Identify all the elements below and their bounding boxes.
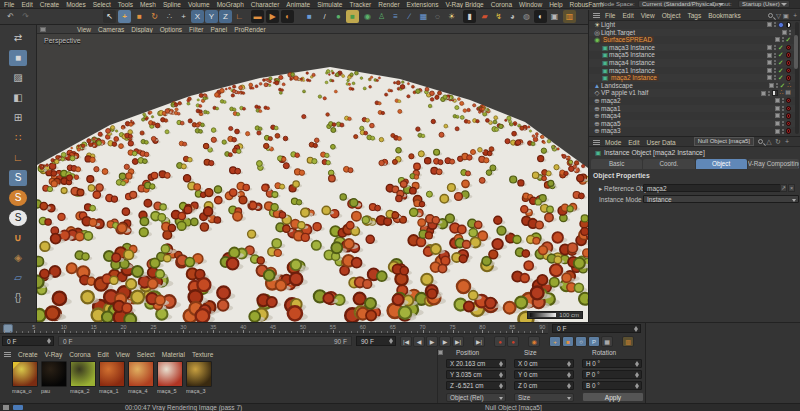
enable-checkbox[interactable] [767, 22, 772, 27]
render-settings-icon[interactable]: ◐ [281, 10, 294, 23]
enabled-check-icon[interactable]: ✓ [778, 74, 783, 82]
object-row-ma-a4[interactable]: ⊕maça4 [589, 112, 795, 120]
window-icon[interactable] [3, 405, 9, 410]
spinner[interactable] [566, 383, 572, 388]
enabled-check-icon[interactable]: ✓ [778, 59, 783, 67]
menu-item-mode[interactable]: Mode [605, 139, 621, 146]
visibility-dots[interactable] [774, 68, 776, 73]
menu-item-select[interactable]: Select [137, 351, 155, 358]
link-pick-icon[interactable]: ↗ [780, 184, 787, 192]
menu-item-tracker[interactable]: Tracker [349, 1, 371, 8]
search-icon[interactable] [768, 12, 773, 19]
coords-field-position-x[interactable]: X 20.163 cm [446, 359, 506, 368]
visibility-dots[interactable] [782, 106, 784, 111]
magnet-icon[interactable]: ∪ [9, 230, 27, 246]
refresh-icon[interactable]: ↻ [774, 138, 782, 146]
menu-item-options[interactable]: Options [160, 26, 182, 33]
enable-checkbox[interactable] [775, 121, 780, 126]
primitive-cube-icon[interactable]: ■ [303, 10, 316, 23]
coords-dropdown-position[interactable]: Object (Rel) [446, 393, 506, 402]
menu-item-edit[interactable]: Edit [21, 1, 32, 8]
menu-item-corona[interactable]: Corona [69, 351, 90, 358]
menu-item-mesh[interactable]: Mesh [140, 1, 156, 8]
menu-item-volume[interactable]: Volume [188, 1, 210, 8]
coords-field-rotation-h[interactable]: H 0 ° [582, 359, 642, 368]
object-row-vp-apple-v1-half[interactable]: ◇VP apple v1 half∴▤ [589, 89, 795, 97]
snap-2d-icon[interactable]: S [9, 210, 27, 226]
snap-3d-icon[interactable]: S [9, 190, 27, 206]
spinner[interactable] [633, 326, 639, 331]
visibility-dots[interactable] [782, 98, 784, 103]
camera-swirl-icon[interactable]: ◐ [534, 10, 547, 23]
object-row-landscape[interactable]: ▲Landscape✓∴ [589, 82, 795, 90]
menu-item-bookmarks[interactable]: Bookmarks [708, 12, 741, 19]
menu-item-file[interactable]: File [605, 12, 615, 19]
keyframe-selection-button[interactable]: ◉ [528, 336, 540, 347]
redo-icon[interactable]: ↷ [19, 10, 32, 23]
volume-icon[interactable]: ▦ [417, 10, 430, 23]
red-tag-icon[interactable] [786, 98, 792, 104]
reference-object-field[interactable]: maça2 [643, 184, 786, 192]
braces-icon[interactable]: {} [9, 290, 27, 306]
autokey-button[interactable]: ● [507, 336, 519, 347]
paint-icon[interactable]: ▰ [478, 10, 491, 23]
subdivision-icon[interactable]: ● [332, 10, 345, 23]
sketch-icon[interactable]: ∕ [403, 10, 416, 23]
object-row-ma-a5[interactable]: ⊕maça5 [589, 120, 795, 128]
object-row-ma-a5-instance[interactable]: ▣maça5 Instance✓ [589, 51, 795, 59]
key-position-button[interactable]: + [549, 336, 561, 347]
enable-checkbox[interactable] [769, 83, 774, 88]
menu-item-modes[interactable]: Modes [66, 1, 86, 8]
hamburger-icon[interactable] [593, 140, 600, 145]
menu-item-panel[interactable]: Panel [211, 26, 228, 33]
edges-mode-icon[interactable]: ∟ [9, 150, 27, 166]
tab-object[interactable]: Object [696, 159, 747, 169]
menu-item-create[interactable]: Create [40, 1, 60, 8]
new-panel-icon[interactable]: + [783, 138, 791, 146]
menu-item-tags[interactable]: Tags [687, 12, 701, 19]
object-row-ma-a3[interactable]: ⊕maça3 [589, 127, 795, 135]
workplane-icon[interactable]: ∟ [233, 10, 246, 23]
material-thumb-ma-a-3[interactable] [186, 361, 212, 387]
object-axis-icon[interactable]: ⊞ [9, 110, 27, 126]
visibility-dots[interactable] [768, 91, 770, 96]
scrollbar-thumb[interactable] [794, 35, 798, 69]
live-selection-icon[interactable]: ↖ [103, 10, 116, 23]
red-tag-icon[interactable] [786, 75, 792, 81]
menu-item-select[interactable]: Select [93, 1, 111, 8]
corona-icon[interactable]: ↯ [492, 10, 505, 23]
image-icon[interactable]: ▣ [548, 10, 561, 23]
menu-item-edit[interactable]: Edit [628, 139, 639, 146]
coords-field-rotation-p[interactable]: P 0 ° [582, 370, 642, 379]
tab-v-ray-compositing[interactable]: V-Ray Compositing [748, 159, 799, 169]
object-row-ma-a2-instance[interactable]: ▣maça2 Instance✓ [589, 74, 795, 82]
object-row-ma-a1[interactable]: ⊕maça1 [589, 105, 795, 113]
lock-icon[interactable]: △ [765, 138, 773, 146]
menu-item-view[interactable]: View [116, 351, 130, 358]
enabled-check-icon[interactable]: ✓ [778, 51, 783, 59]
rotate-tool-icon[interactable]: ↻ [148, 10, 161, 23]
object-row-ma-a2[interactable]: ⊕maça2 [589, 97, 795, 105]
viewport-panel-icon[interactable] [40, 27, 46, 32]
blue-tag-icon[interactable] [778, 22, 784, 28]
menu-item-character[interactable]: Character [251, 1, 280, 8]
filter-icon[interactable]: ▽ [776, 12, 781, 20]
hamburger-icon[interactable] [4, 352, 11, 357]
enable-checkbox[interactable] [782, 30, 787, 35]
render-region-icon[interactable]: ▶ [266, 10, 279, 23]
key-parameter-button[interactable]: P [588, 336, 600, 347]
material-thumb-ma-a-5[interactable] [157, 361, 183, 387]
menu-item-v-ray-bridge[interactable]: V-Ray Bridge [445, 1, 483, 8]
visibility-dots[interactable] [782, 37, 784, 42]
menu-item-extensions[interactable]: Extensions [407, 1, 439, 8]
object-row-ma-a3-instance[interactable]: ▣maça3 Instance✓ [589, 44, 795, 52]
vray-frame-icon[interactable]: ▮ [463, 10, 476, 23]
enabled-check-icon[interactable]: ✓ [778, 44, 783, 52]
object-manager-scrollbar[interactable] [795, 22, 799, 134]
visibility-dots[interactable] [774, 53, 776, 58]
lock-y-icon[interactable]: Y [205, 10, 218, 23]
checker-tag-icon[interactable] [772, 90, 778, 96]
snap-enable-icon[interactable]: S [9, 170, 27, 186]
tab-basic[interactable]: Basic [591, 159, 642, 169]
workplane-mode-icon[interactable]: ◧ [9, 90, 27, 106]
